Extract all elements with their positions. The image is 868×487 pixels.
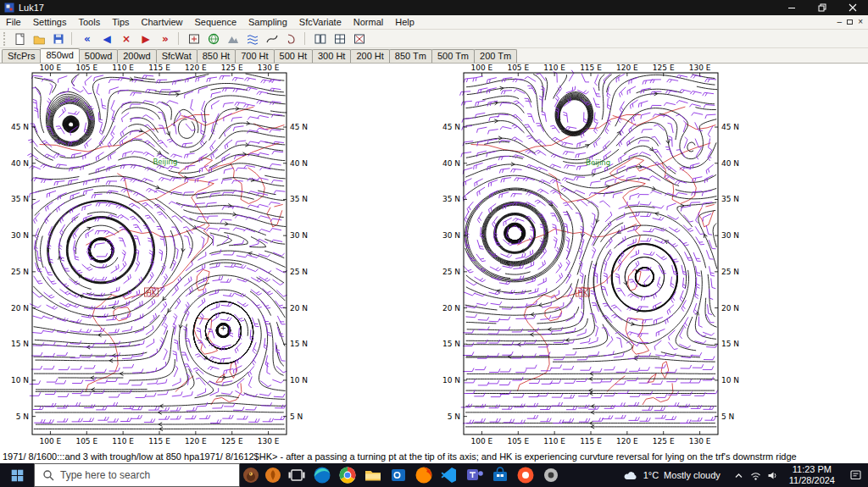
chevron-up-glyph — [733, 470, 744, 481]
axis-tick-label: 10 N — [721, 376, 739, 385]
taskbar-firefox-button[interactable] — [411, 463, 437, 487]
axis-tick-label: 5 N — [721, 412, 734, 421]
new-document-button[interactable] — [10, 30, 29, 47]
tab-850tm[interactable]: 850 Tm — [389, 49, 432, 63]
tab-500tm[interactable]: 500 Tm — [431, 49, 475, 63]
grid-view-button[interactable] — [331, 30, 349, 47]
tab-sfcwat[interactable]: SfcWat — [156, 49, 198, 63]
taskbar-teams-button[interactable] — [462, 463, 487, 487]
axis-tick-label: 45 N — [442, 123, 460, 131]
window-title: Luk17 — [19, 3, 44, 13]
tab-850wd[interactable]: 850wd — [40, 48, 79, 63]
tab-sfcprs[interactable]: SfcPrs — [2, 49, 41, 63]
axis-tick-label: 5 N — [448, 412, 460, 421]
menu-item-settings[interactable]: Settings — [27, 16, 73, 28]
close-button[interactable] — [837, 0, 868, 15]
taskbar-chrome-button[interactable] — [335, 463, 360, 487]
toolbar-drag-handle[interactable] — [3, 32, 7, 46]
mdi-minimize-button[interactable]: – — [837, 18, 843, 26]
tray-wifi-icon[interactable] — [748, 463, 765, 487]
stream-curve-button[interactable] — [263, 30, 281, 47]
save-button[interactable] — [49, 30, 68, 47]
taskbar-browser-orange-button[interactable] — [513, 463, 538, 487]
fit-frame-icon — [187, 32, 201, 46]
menu-item-file[interactable]: File — [0, 16, 27, 28]
tab-500ht[interactable]: 500 Ht — [274, 49, 313, 63]
menu-item-tips[interactable]: Tips — [106, 16, 135, 28]
streamline-chart-right[interactable]: 100 E100 E105 E105 E110 E110 E115 E115 E… — [431, 64, 755, 447]
axis-tick-label: 10 N — [11, 376, 29, 385]
go-first-button[interactable]: « — [78, 30, 97, 47]
go-last-button[interactable]: » — [156, 30, 175, 47]
file-explorer-icon — [364, 466, 382, 484]
cloud-weather-icon — [623, 469, 638, 481]
chart-client-area: 100 E100 E105 E105 E110 E110 E115 E115 E… — [0, 64, 868, 451]
taskbar-file-explorer-button[interactable] — [360, 463, 386, 487]
action-center-button[interactable] — [843, 463, 868, 487]
menu-item-tools[interactable]: Tools — [72, 16, 106, 28]
axis-tick-label: 45 N — [290, 123, 308, 131]
tab-200tm[interactable]: 200 Tm — [474, 49, 517, 63]
terrain-button[interactable] — [224, 30, 242, 47]
status-bar: 1971/ 8/1600:::and 3 with trough/low at … — [0, 451, 868, 463]
autumn-leaf-icon[interactable] — [262, 463, 284, 487]
menu-item-chartview[interactable]: Chartview — [136, 16, 189, 28]
isolines-button[interactable] — [243, 30, 262, 47]
axis-tick-label: 115 E — [580, 437, 602, 445]
menu-item-sequence[interactable]: Sequence — [188, 16, 242, 28]
taskbar-task-view-button[interactable] — [284, 463, 309, 487]
globe-view-button[interactable] — [204, 30, 223, 47]
tile-windows-button[interactable] — [311, 30, 330, 47]
restore-button[interactable] — [807, 0, 837, 15]
axis-tick-label: 120 E — [185, 64, 207, 72]
tray-chevron-up-icon[interactable] — [731, 463, 748, 487]
axis-tick-label: 40 N — [721, 159, 739, 168]
menu-item-sampling[interactable]: Sampling — [242, 16, 293, 28]
taskbar-vscode-button[interactable] — [437, 463, 462, 487]
menu-item-normal[interactable]: Normal — [348, 16, 389, 28]
axis-tick-label: 125 E — [653, 64, 675, 72]
thanksgiving-turkey-icon[interactable] — [240, 463, 262, 487]
stop-button[interactable]: × — [117, 30, 136, 47]
taskbar-edge-button[interactable] — [309, 463, 335, 487]
go-previous-button[interactable]: ◀ — [97, 30, 116, 47]
clear-grid-button[interactable] — [350, 30, 369, 47]
taskbar-settings-button[interactable] — [538, 463, 564, 487]
teams-icon — [465, 466, 484, 484]
mdi-close-button[interactable]: × — [858, 18, 863, 26]
minimize-button[interactable] — [776, 0, 807, 15]
app-icon — [4, 3, 14, 13]
tab-200ht[interactable]: 200 Ht — [350, 49, 389, 63]
go-next-button[interactable]: ▶ — [136, 30, 155, 47]
city-label-beijing: Beijing — [153, 158, 177, 166]
tab-500wd[interactable]: 500wd — [79, 49, 118, 63]
mdi-restore-button[interactable] — [847, 19, 853, 25]
menu-item-help[interactable]: Help — [389, 16, 420, 28]
menu-item-sfcvariate[interactable]: SfcVariate — [293, 16, 348, 28]
streamline-chart-left[interactable]: 100 E100 E105 E105 E110 E110 E115 E115 E… — [0, 64, 324, 447]
tray-volume-icon[interactable] — [765, 463, 782, 487]
taskbar-weather-widget[interactable]: 1°C Mostly cloudy — [613, 469, 731, 481]
trough-hook-button[interactable] — [282, 30, 301, 47]
axis-tick-label: 25 N — [442, 268, 460, 276]
axis-tick-label: 110 E — [112, 64, 134, 72]
toolbar-separator — [178, 32, 181, 45]
fit-frame-button[interactable] — [185, 30, 203, 47]
tab-200wd[interactable]: 200wd — [117, 49, 156, 63]
start-button[interactable] — [0, 463, 34, 487]
taskbar-clock[interactable]: 11:23 PM 11/28/2024 — [782, 464, 843, 486]
open-folder-button[interactable] — [30, 30, 48, 47]
store-icon — [491, 466, 509, 484]
tab-700ht[interactable]: 700 Ht — [235, 49, 274, 63]
tab-850ht[interactable]: 850 Ht — [197, 49, 236, 63]
axis-tick-label: 5 N — [16, 412, 29, 421]
taskbar-search-input[interactable]: Type here to search — [34, 463, 240, 487]
axis-tick-label: 10 N — [442, 376, 460, 385]
terrain-icon — [226, 32, 240, 46]
tab-300ht[interactable]: 300 Ht — [312, 49, 351, 63]
taskbar-outlook-button[interactable] — [386, 463, 411, 487]
windows-logo-icon — [10, 468, 25, 483]
axis-tick-label: 40 N — [442, 159, 460, 168]
taskbar-store-button[interactable] — [487, 463, 513, 487]
autumn-leaf-icon-art — [264, 467, 281, 484]
